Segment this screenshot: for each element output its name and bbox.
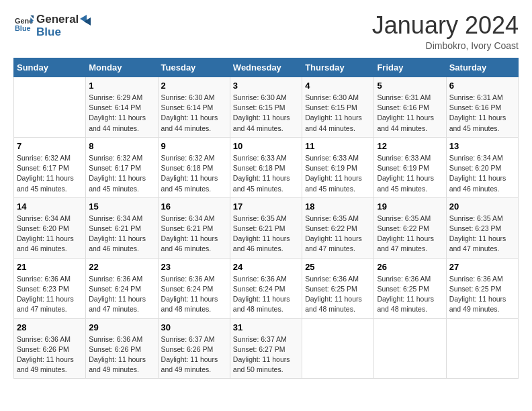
day-info: Sunrise: 6:30 AMSunset: 6:15 PMDaylight:…	[233, 93, 299, 134]
day-info: Sunrise: 6:32 AMSunset: 6:18 PMDaylight:…	[161, 153, 227, 194]
calendar-cell: 26Sunrise: 6:36 AMSunset: 6:25 PMDayligh…	[374, 258, 446, 318]
logo-blue: Blue	[36, 26, 61, 38]
calendar-cell	[374, 318, 446, 379]
day-number: 14	[17, 201, 83, 212]
calendar-cell: 21Sunrise: 6:36 AMSunset: 6:23 PMDayligh…	[14, 258, 86, 318]
calendar-week-4: 21Sunrise: 6:36 AMSunset: 6:23 PMDayligh…	[14, 258, 519, 318]
calendar-cell: 25Sunrise: 6:36 AMSunset: 6:25 PMDayligh…	[302, 258, 374, 318]
calendar-cell: 8Sunrise: 6:32 AMSunset: 6:17 PMDaylight…	[86, 137, 158, 197]
day-number: 31	[233, 322, 299, 332]
calendar-cell: 1Sunrise: 6:29 AMSunset: 6:14 PMDaylight…	[86, 77, 158, 138]
day-info: Sunrise: 6:34 AMSunset: 6:21 PMDaylight:…	[161, 214, 227, 255]
day-info: Sunrise: 6:36 AMSunset: 6:26 PMDaylight:…	[17, 334, 83, 375]
logo: General Blue General Blue	[13, 13, 95, 38]
header-sunday: Sunday	[14, 58, 86, 77]
calendar-cell: 28Sunrise: 6:36 AMSunset: 6:26 PMDayligh…	[14, 318, 86, 379]
day-number: 22	[89, 262, 154, 272]
day-number: 12	[377, 141, 443, 151]
header-friday: Friday	[374, 58, 446, 77]
calendar-cell: 31Sunrise: 6:37 AMSunset: 6:27 PMDayligh…	[230, 318, 302, 379]
day-info: Sunrise: 6:29 AMSunset: 6:14 PMDaylight:…	[89, 93, 154, 134]
day-info: Sunrise: 6:34 AMSunset: 6:21 PMDaylight:…	[89, 214, 154, 255]
day-number: 18	[305, 201, 371, 212]
day-info: Sunrise: 6:35 AMSunset: 6:22 PMDaylight:…	[305, 214, 371, 255]
day-number: 11	[305, 141, 371, 151]
day-info: Sunrise: 6:36 AMSunset: 6:25 PMDaylight:…	[377, 274, 443, 315]
logo-general: General	[36, 13, 79, 26]
calendar-cell: 30Sunrise: 6:37 AMSunset: 6:26 PMDayligh…	[158, 318, 230, 379]
calendar-cell: 10Sunrise: 6:33 AMSunset: 6:18 PMDayligh…	[230, 137, 302, 197]
day-info: Sunrise: 6:36 AMSunset: 6:24 PMDaylight:…	[161, 274, 227, 315]
day-number: 21	[17, 262, 83, 272]
calendar-cell: 11Sunrise: 6:33 AMSunset: 6:19 PMDayligh…	[302, 137, 374, 197]
day-number: 5	[377, 81, 443, 91]
day-info: Sunrise: 6:31 AMSunset: 6:16 PMDaylight:…	[377, 93, 443, 134]
day-number: 25	[305, 262, 371, 272]
day-number: 30	[161, 322, 227, 332]
day-number: 6	[449, 81, 515, 91]
calendar-cell: 9Sunrise: 6:32 AMSunset: 6:18 PMDaylight…	[158, 137, 230, 197]
header-tuesday: Tuesday	[158, 58, 230, 77]
day-info: Sunrise: 6:33 AMSunset: 6:19 PMDaylight:…	[377, 153, 443, 194]
calendar-cell: 29Sunrise: 6:36 AMSunset: 6:26 PMDayligh…	[86, 318, 158, 379]
day-number: 16	[161, 201, 227, 212]
calendar-cell: 23Sunrise: 6:36 AMSunset: 6:24 PMDayligh…	[158, 258, 230, 318]
day-number: 19	[377, 201, 443, 212]
day-number: 28	[17, 322, 83, 332]
day-info: Sunrise: 6:35 AMSunset: 6:23 PMDaylight:…	[449, 214, 515, 255]
day-number: 26	[377, 262, 443, 272]
calendar-cell: 13Sunrise: 6:34 AMSunset: 6:20 PMDayligh…	[446, 137, 518, 197]
calendar-week-1: 1Sunrise: 6:29 AMSunset: 6:14 PMDaylight…	[14, 77, 519, 138]
calendar-week-3: 14Sunrise: 6:34 AMSunset: 6:20 PMDayligh…	[14, 197, 519, 258]
calendar-week-5: 28Sunrise: 6:36 AMSunset: 6:26 PMDayligh…	[14, 318, 519, 379]
logo-icon: General Blue	[15, 15, 34, 34]
page-header: General Blue General Blue January 2024 D…	[13, 13, 519, 51]
calendar-cell: 14Sunrise: 6:34 AMSunset: 6:20 PMDayligh…	[14, 197, 86, 258]
day-number: 15	[89, 201, 154, 212]
logo-arrow-icon	[80, 15, 95, 30]
calendar-cell: 4Sunrise: 6:30 AMSunset: 6:15 PMDaylight…	[302, 77, 374, 138]
location-text: Dimbokro, Ivory Coast	[372, 40, 519, 51]
day-number: 8	[89, 141, 154, 151]
header-thursday: Thursday	[302, 58, 374, 77]
calendar-cell: 27Sunrise: 6:36 AMSunset: 6:25 PMDayligh…	[446, 258, 518, 318]
day-number: 9	[161, 141, 227, 151]
calendar-cell: 18Sunrise: 6:35 AMSunset: 6:22 PMDayligh…	[302, 197, 374, 258]
calendar-cell: 5Sunrise: 6:31 AMSunset: 6:16 PMDaylight…	[374, 77, 446, 138]
calendar-cell: 17Sunrise: 6:35 AMSunset: 6:21 PMDayligh…	[230, 197, 302, 258]
day-number: 1	[89, 81, 154, 91]
day-info: Sunrise: 6:30 AMSunset: 6:15 PMDaylight:…	[305, 93, 371, 134]
month-title: January 2024	[372, 13, 519, 38]
calendar-header-row: SundayMondayTuesdayWednesdayThursdayFrid…	[14, 58, 519, 77]
day-info: Sunrise: 6:37 AMSunset: 6:26 PMDaylight:…	[161, 334, 227, 375]
day-info: Sunrise: 6:37 AMSunset: 6:27 PMDaylight:…	[233, 334, 299, 375]
day-number: 2	[161, 81, 227, 91]
day-number: 13	[449, 141, 515, 151]
day-info: Sunrise: 6:32 AMSunset: 6:17 PMDaylight:…	[17, 153, 83, 194]
title-block: January 2024 Dimbokro, Ivory Coast	[372, 13, 519, 51]
calendar-cell: 22Sunrise: 6:36 AMSunset: 6:24 PMDayligh…	[86, 258, 158, 318]
day-number: 23	[161, 262, 227, 272]
calendar-week-2: 7Sunrise: 6:32 AMSunset: 6:17 PMDaylight…	[14, 137, 519, 197]
day-info: Sunrise: 6:35 AMSunset: 6:21 PMDaylight:…	[233, 214, 299, 255]
day-info: Sunrise: 6:36 AMSunset: 6:26 PMDaylight:…	[89, 334, 154, 375]
day-number: 24	[233, 262, 299, 272]
calendar-table: SundayMondayTuesdayWednesdayThursdayFrid…	[13, 58, 519, 379]
calendar-cell: 12Sunrise: 6:33 AMSunset: 6:19 PMDayligh…	[374, 137, 446, 197]
day-info: Sunrise: 6:30 AMSunset: 6:14 PMDaylight:…	[161, 93, 227, 134]
day-number: 29	[89, 322, 154, 332]
calendar-cell: 6Sunrise: 6:31 AMSunset: 6:16 PMDaylight…	[446, 77, 518, 138]
day-number: 10	[233, 141, 299, 151]
day-info: Sunrise: 6:33 AMSunset: 6:19 PMDaylight:…	[305, 153, 371, 194]
calendar-cell: 7Sunrise: 6:32 AMSunset: 6:17 PMDaylight…	[14, 137, 86, 197]
day-info: Sunrise: 6:31 AMSunset: 6:16 PMDaylight:…	[449, 93, 515, 134]
day-info: Sunrise: 6:34 AMSunset: 6:20 PMDaylight:…	[449, 153, 515, 194]
calendar-cell	[14, 77, 86, 138]
day-info: Sunrise: 6:36 AMSunset: 6:25 PMDaylight:…	[449, 274, 515, 315]
day-info: Sunrise: 6:32 AMSunset: 6:17 PMDaylight:…	[89, 153, 154, 194]
calendar-cell: 15Sunrise: 6:34 AMSunset: 6:21 PMDayligh…	[86, 197, 158, 258]
day-number: 7	[17, 141, 83, 151]
day-info: Sunrise: 6:35 AMSunset: 6:22 PMDaylight:…	[377, 214, 443, 255]
calendar-cell: 19Sunrise: 6:35 AMSunset: 6:22 PMDayligh…	[374, 197, 446, 258]
calendar-cell: 24Sunrise: 6:36 AMSunset: 6:24 PMDayligh…	[230, 258, 302, 318]
